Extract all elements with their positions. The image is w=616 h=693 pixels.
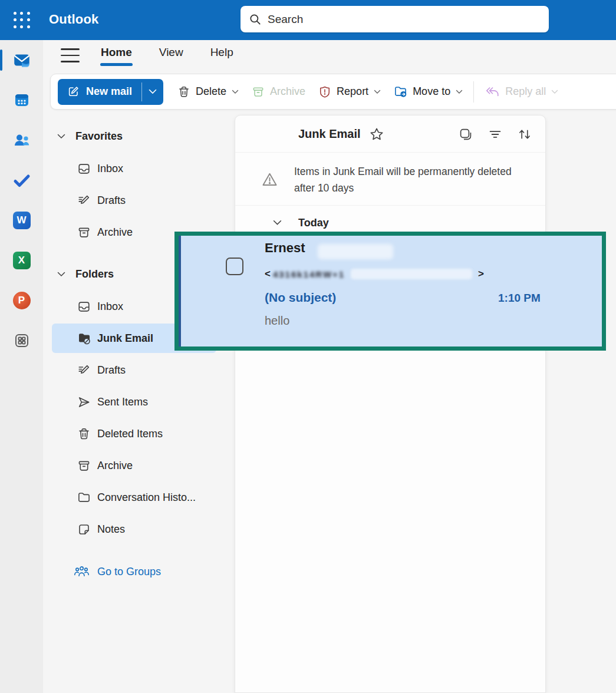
folder-sent-items[interactable]: Sent Items — [43, 386, 235, 418]
folder-notes[interactable]: Notes — [43, 513, 235, 545]
drafts-pencil-icon — [77, 364, 91, 377]
folder-label: Notes — [97, 523, 125, 536]
archive-icon — [252, 85, 265, 98]
folder-label: Archive — [97, 460, 133, 472]
favorite-inbox[interactable]: Inbox — [43, 153, 235, 184]
sent-plane-icon — [77, 395, 91, 409]
report-label: Report — [337, 85, 368, 98]
annotation-highlight-box: Ernest < 4316k14RW+1 > (No subject) 1:10… — [174, 232, 606, 351]
new-mail-button[interactable]: New mail — [58, 79, 163, 105]
top-app-bar: Outlook Search — [0, 0, 616, 40]
tab-home[interactable]: Home — [101, 46, 132, 66]
junk-retention-banner: Items in Junk Email will be permanently … — [235, 153, 545, 206]
calendar-icon — [12, 91, 31, 110]
move-to-label: Move to — [413, 85, 450, 98]
rail-item-calendar[interactable] — [0, 80, 43, 120]
shield-warning-icon — [318, 85, 331, 98]
ribbon-toolbar: New mail Delete — [50, 74, 616, 110]
reply-all-button: Reply all — [485, 85, 558, 98]
tab-view[interactable]: View — [159, 46, 183, 66]
email-list-item[interactable]: Ernest < 4316k14RW+1 > (No subject) 1:10… — [179, 236, 602, 346]
ribbon-tabs: Home View Help — [101, 46, 233, 66]
delete-button[interactable]: Delete — [177, 85, 239, 98]
favorites-title: Favorites — [75, 130, 123, 143]
new-mail-dropdown-chevron-icon[interactable] — [142, 79, 163, 105]
go-to-groups-label: Go to Groups — [97, 566, 161, 578]
selected-indicator — [0, 50, 2, 71]
folder-archive[interactable]: Archive — [43, 450, 235, 481]
nav-toggle-hamburger-icon[interactable] — [61, 48, 80, 62]
junk-folder-icon — [77, 331, 91, 345]
rail-item-mail[interactable] — [0, 40, 43, 80]
archive-box-icon — [77, 459, 91, 473]
folder-pane: Favorites Inbox Drafts — [43, 110, 235, 693]
note-icon — [77, 523, 91, 536]
go-to-groups-link[interactable]: Go to Groups — [43, 556, 235, 588]
trash-icon — [77, 427, 91, 441]
redacted-sender-surname — [318, 244, 393, 259]
delete-chevron-icon — [232, 90, 239, 94]
folder-conversation-history[interactable]: Conversation Histo... — [43, 481, 235, 513]
people-icon — [12, 131, 31, 150]
reply-all-chevron-icon — [551, 90, 558, 94]
archive-button: Archive — [252, 85, 305, 98]
rail-item-more-apps[interactable] — [0, 321, 43, 361]
email-sender: Ernest — [265, 240, 305, 256]
powerpoint-icon: P — [13, 292, 31, 309]
drafts-pencil-icon — [77, 194, 91, 207]
email-time: 1:10 PM — [498, 292, 541, 305]
word-icon: W — [13, 212, 31, 229]
folder-label: Inbox — [97, 163, 123, 175]
move-to-button[interactable]: Move to — [394, 85, 463, 98]
rail-item-excel[interactable]: X — [0, 240, 43, 280]
inbox-icon — [77, 162, 91, 176]
sort-icon[interactable] — [518, 127, 532, 141]
favorite-star-icon[interactable] — [369, 127, 384, 142]
folder-deleted-items[interactable]: Deleted Items — [43, 418, 235, 450]
rail-item-word[interactable]: W — [0, 200, 43, 240]
trash-icon — [177, 85, 190, 98]
folder-title: Junk Email — [298, 127, 361, 141]
rail-item-powerpoint[interactable]: P — [0, 280, 43, 321]
search-placeholder: Search — [268, 13, 303, 26]
folder-drafts[interactable]: Drafts — [43, 354, 235, 386]
folder-label: Drafts — [97, 364, 126, 377]
message-list-pane: Junk Email — [235, 115, 546, 693]
selection-accent — [179, 236, 181, 346]
email-preview: hello — [265, 314, 289, 328]
compose-icon — [67, 85, 80, 98]
report-button[interactable]: Report — [318, 85, 381, 98]
excel-icon: X — [13, 252, 31, 269]
app-launcher-icon[interactable] — [12, 10, 32, 30]
toolbar-divider — [473, 81, 474, 103]
search-icon — [249, 13, 262, 26]
rail-item-todo[interactable] — [0, 160, 43, 200]
select-messages-icon[interactable] — [459, 127, 473, 141]
search-input[interactable]: Search — [241, 6, 549, 32]
app-rail: W X P — [0, 40, 43, 693]
favorite-drafts[interactable]: Drafts — [43, 184, 235, 216]
filter-icon[interactable] — [488, 127, 502, 141]
delete-label: Delete — [196, 85, 226, 98]
email-address-redacted: < 4316k14RW+1 > — [265, 266, 484, 282]
warning-triangle-icon — [262, 171, 278, 187]
folder-label: Inbox — [97, 301, 123, 313]
today-collapse-chevron-icon[interactable] — [273, 220, 282, 226]
apps-grid-icon — [12, 331, 31, 350]
tab-help[interactable]: Help — [210, 46, 233, 66]
folder-label: Archive — [97, 226, 133, 239]
address-blurred-text: 4316k14RW+1 — [273, 269, 345, 279]
banner-text: Items in Junk Email will be permanently … — [294, 163, 517, 196]
folder-icon — [77, 491, 91, 504]
group-header-label: Today — [298, 217, 329, 229]
reply-all-icon — [485, 85, 500, 98]
address-open-bracket: < — [265, 268, 271, 280]
todo-check-icon — [12, 171, 31, 190]
move-folder-icon — [394, 85, 407, 98]
rail-item-people[interactable] — [0, 120, 43, 160]
email-checkbox[interactable] — [226, 258, 243, 275]
folder-label: Conversation Histo... — [97, 491, 196, 504]
favorites-collapse-chevron-icon[interactable] — [57, 134, 65, 139]
folders-collapse-chevron-icon[interactable] — [57, 272, 65, 277]
folders-title: Folders — [75, 268, 114, 280]
